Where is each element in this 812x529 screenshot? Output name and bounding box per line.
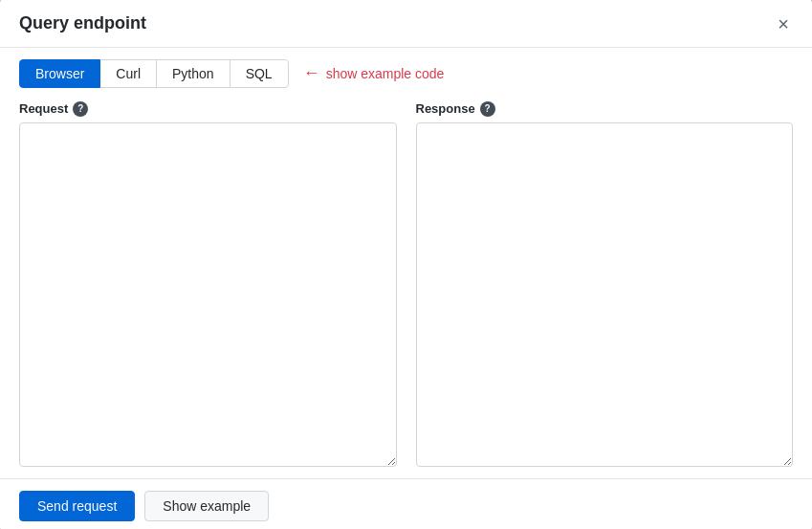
- request-textarea[interactable]: [19, 122, 397, 467]
- show-example-text: show example code: [326, 66, 445, 81]
- tab-python[interactable]: Python: [156, 59, 230, 88]
- modal-body: Request ? Response ?: [0, 88, 812, 478]
- tab-sql[interactable]: SQL: [230, 59, 289, 88]
- response-panel: Response ?: [416, 101, 794, 467]
- request-label: Request ?: [19, 101, 397, 117]
- show-example-button[interactable]: Show example: [144, 491, 269, 521]
- response-textarea[interactable]: [416, 122, 794, 467]
- tab-curl[interactable]: Curl: [99, 59, 157, 88]
- show-example-annotation: ← show example code: [303, 63, 445, 83]
- modal-header: Query endpoint ×: [0, 0, 812, 48]
- response-label: Response ?: [416, 101, 794, 117]
- close-button[interactable]: ×: [774, 12, 793, 35]
- tab-browser[interactable]: Browser: [19, 59, 100, 88]
- arrow-left-icon: ←: [303, 63, 320, 83]
- query-endpoint-modal: Query endpoint × Browser Curl Python SQL…: [0, 0, 812, 529]
- modal-footer: Send request Show example: [0, 478, 812, 530]
- response-help-icon[interactable]: ?: [480, 101, 495, 117]
- request-panel: Request ?: [19, 101, 397, 467]
- tabs-row: Browser Curl Python SQL ← show example c…: [0, 48, 812, 88]
- modal-title: Query endpoint: [19, 13, 146, 33]
- modal-overlay: Query endpoint × Browser Curl Python SQL…: [0, 0, 812, 529]
- send-request-button[interactable]: Send request: [19, 491, 135, 521]
- request-help-icon[interactable]: ?: [73, 101, 88, 117]
